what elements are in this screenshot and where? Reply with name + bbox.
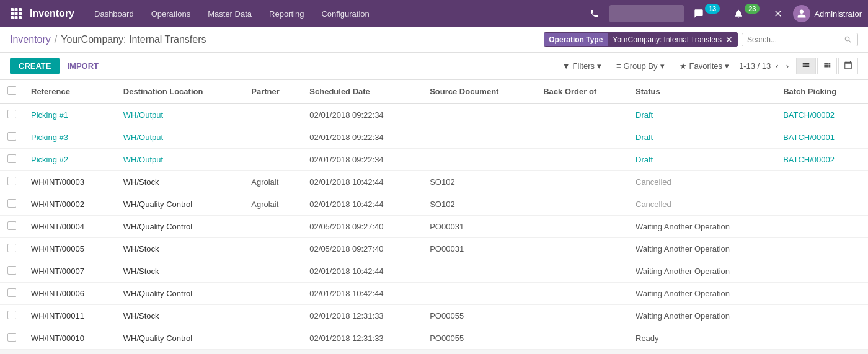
nav-configuration[interactable]: Configuration: [314, 6, 376, 22]
cell-reference[interactable]: WH/INT/00006: [24, 283, 116, 305]
row-checkbox-cell[interactable]: [0, 193, 24, 216]
cell-destination[interactable]: WH/Output: [116, 149, 244, 171]
cell-destination[interactable]: WH/Stock: [116, 171, 244, 193]
cell-batch-picking[interactable]: [776, 216, 868, 238]
table-row[interactable]: Picking #3 WH/Output 02/01/2018 09:22:34…: [0, 126, 868, 149]
table-row[interactable]: WH/INT/00011 WH/Stock 02/01/2018 12:31:3…: [0, 305, 868, 327]
nav-reporting[interactable]: Reporting: [262, 6, 311, 22]
group-by-button[interactable]: ≡ Group By ▾: [611, 59, 670, 73]
nav-search-bar[interactable]: [609, 5, 684, 22]
table-row[interactable]: WH/INT/00006 WH/Quality Control 02/01/20…: [0, 283, 868, 305]
avatar-circle: [793, 5, 810, 22]
filter-tag-close-icon[interactable]: ✕: [725, 35, 733, 45]
cell-reference[interactable]: WH/INT/00011: [24, 305, 116, 327]
cell-destination[interactable]: WH/Output: [116, 104, 244, 126]
row-checkbox[interactable]: [7, 199, 16, 208]
table-row[interactable]: WH/INT/00010 WH/Quality Control 02/01/20…: [0, 327, 868, 350]
row-checkbox[interactable]: [7, 244, 16, 252]
header-select-all[interactable]: [0, 80, 24, 104]
row-checkbox-cell[interactable]: [0, 171, 24, 193]
cell-back-order: [536, 171, 628, 193]
cell-batch-picking[interactable]: [776, 171, 868, 193]
cell-batch-picking[interactable]: BATCH/00002: [776, 104, 868, 126]
row-checkbox[interactable]: [7, 110, 16, 118]
close-icon[interactable]: [768, 4, 788, 24]
cell-back-order: [536, 283, 628, 305]
row-checkbox-cell[interactable]: [0, 238, 24, 260]
cell-batch-picking[interactable]: [776, 193, 868, 216]
cell-reference[interactable]: WH/INT/00010: [24, 327, 116, 350]
user-avatar[interactable]: Administrator: [793, 5, 862, 22]
row-checkbox-cell[interactable]: [0, 305, 24, 327]
search-icon: [844, 35, 852, 44]
row-checkbox[interactable]: [7, 333, 16, 342]
row-checkbox[interactable]: [7, 177, 16, 185]
list-view-button[interactable]: [796, 58, 816, 74]
apps-icon[interactable]: [6, 4, 26, 24]
cell-batch-picking[interactable]: [776, 327, 868, 350]
cell-destination[interactable]: WH/Stock: [116, 305, 244, 327]
cell-reference[interactable]: WH/INT/00007: [24, 260, 116, 283]
table-row[interactable]: WH/INT/00003 WH/Stock Agrolait 02/01/201…: [0, 171, 868, 193]
cell-batch-picking[interactable]: [776, 305, 868, 327]
cell-batch-picking[interactable]: BATCH/00001: [776, 126, 868, 149]
table-row[interactable]: Picking #2 WH/Output 02/01/2018 09:22:34…: [0, 149, 868, 171]
cell-reference[interactable]: WH/INT/00004: [24, 216, 116, 238]
row-checkbox-cell[interactable]: [0, 283, 24, 305]
cell-batch-picking[interactable]: BATCH/00002: [776, 149, 868, 171]
cell-destination[interactable]: WH/Stock: [116, 260, 244, 283]
search-input[interactable]: [747, 35, 840, 44]
breadcrumb-parent[interactable]: Inventory: [10, 34, 51, 45]
operation-type-filter[interactable]: Operation Type YourCompany: Internal Tra…: [544, 32, 738, 47]
select-all-checkbox[interactable]: [7, 86, 16, 95]
row-checkbox-cell[interactable]: [0, 149, 24, 171]
row-checkbox[interactable]: [7, 266, 16, 275]
import-button[interactable]: IMPORT: [64, 58, 101, 74]
table-row[interactable]: WH/INT/00002 WH/Quality Control Agrolait…: [0, 193, 868, 216]
cell-destination[interactable]: WH/Output: [116, 126, 244, 149]
table-row[interactable]: WH/INT/00004 WH/Quality Control 02/05/20…: [0, 216, 868, 238]
nav-dashboard[interactable]: Dashboard: [87, 6, 141, 22]
row-checkbox-cell[interactable]: [0, 260, 24, 283]
row-checkbox-cell[interactable]: [0, 104, 24, 126]
cell-destination[interactable]: WH/Quality Control: [116, 193, 244, 216]
phone-icon[interactable]: [585, 4, 604, 24]
row-checkbox-cell[interactable]: [0, 216, 24, 238]
row-checkbox[interactable]: [7, 154, 16, 163]
pagination-prev[interactable]: ‹: [773, 60, 781, 72]
row-checkbox[interactable]: [7, 288, 16, 297]
cell-reference[interactable]: Picking #2: [24, 149, 116, 171]
cell-reference[interactable]: WH/INT/00002: [24, 193, 116, 216]
nav-operations[interactable]: Operations: [144, 6, 198, 22]
kanban-view-button[interactable]: [817, 58, 837, 74]
table-row[interactable]: WH/INT/00005 WH/Stock 02/05/2018 09:27:4…: [0, 238, 868, 260]
cell-destination[interactable]: WH/Quality Control: [116, 216, 244, 238]
cell-destination[interactable]: WH/Quality Control: [116, 327, 244, 350]
header-destination: Destination Location: [116, 80, 244, 104]
calendar-view-button[interactable]: [838, 58, 858, 74]
svg-rect-8: [19, 16, 22, 19]
cell-destination[interactable]: WH/Stock: [116, 238, 244, 260]
cell-reference[interactable]: Picking #1: [24, 104, 116, 126]
cell-batch-picking[interactable]: [776, 260, 868, 283]
cell-batch-picking[interactable]: [776, 238, 868, 260]
row-checkbox[interactable]: [7, 311, 16, 319]
create-button[interactable]: CREATE: [10, 58, 60, 74]
filters-button[interactable]: ▼ Filters ▾: [557, 59, 606, 73]
favorites-button[interactable]: ★ Favorites ▾: [675, 59, 734, 73]
row-checkbox[interactable]: [7, 132, 16, 141]
nav-master-data[interactable]: Master Data: [200, 6, 259, 22]
row-checkbox[interactable]: [7, 221, 16, 230]
pagination-next[interactable]: ›: [784, 60, 791, 72]
cell-reference[interactable]: Picking #3: [24, 126, 116, 149]
cell-reference[interactable]: WH/INT/00003: [24, 171, 116, 193]
svg-rect-3: [11, 12, 14, 15]
row-checkbox-cell[interactable]: [0, 327, 24, 350]
table-body: Picking #1 WH/Output 02/01/2018 09:22:34…: [0, 104, 868, 350]
row-checkbox-cell[interactable]: [0, 126, 24, 149]
cell-destination[interactable]: WH/Quality Control: [116, 283, 244, 305]
cell-reference[interactable]: WH/INT/00005: [24, 238, 116, 260]
table-row[interactable]: WH/INT/00007 WH/Stock 02/01/2018 10:42:4…: [0, 260, 868, 283]
table-row[interactable]: Picking #1 WH/Output 02/01/2018 09:22:34…: [0, 104, 868, 126]
cell-batch-picking[interactable]: [776, 283, 868, 305]
